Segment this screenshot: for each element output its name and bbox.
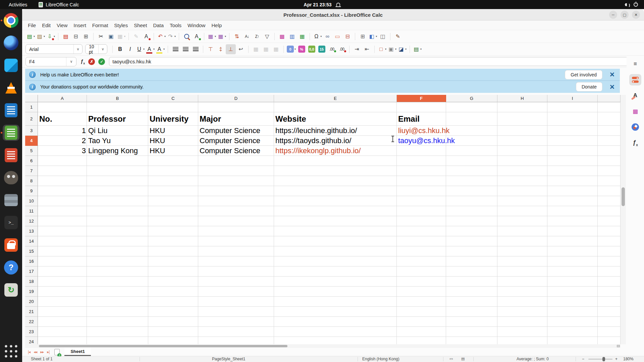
cell-x13[interactable] xyxy=(598,226,621,236)
cell-B24[interactable] xyxy=(87,337,148,344)
cell-A15[interactable] xyxy=(38,246,87,256)
cell-x7[interactable] xyxy=(598,166,621,176)
row-header-8[interactable]: 8 xyxy=(25,176,38,186)
activities-button[interactable]: Activities xyxy=(9,2,27,7)
cell-B15[interactable] xyxy=(87,246,148,256)
cell-E13[interactable] xyxy=(274,226,397,236)
menu-insert[interactable]: Insert xyxy=(70,21,89,29)
increase-indent-button[interactable]: ⇥ xyxy=(352,44,362,54)
cell-B4[interactable]: Tao Yu xyxy=(87,136,148,146)
font-size-dropdown-icon[interactable]: ∨ xyxy=(98,45,107,54)
align-bottom-button[interactable]: ⊥ xyxy=(226,44,236,54)
dock-software-button[interactable] xyxy=(3,237,19,253)
cell-x22[interactable] xyxy=(598,317,621,327)
font-color-button[interactable]: A▾ xyxy=(145,44,155,54)
cell-C4[interactable]: HKU xyxy=(148,136,198,146)
cell-F21[interactable] xyxy=(397,307,446,317)
format-as-currency-button[interactable]: 0▾ xyxy=(286,44,297,54)
cell-G23[interactable] xyxy=(446,327,497,337)
menu-help[interactable]: Help xyxy=(208,21,225,29)
borders-button[interactable]: □▾ xyxy=(377,44,387,54)
cell-I23[interactable] xyxy=(547,327,598,337)
cell-I2[interactable] xyxy=(547,112,598,126)
cell-A10[interactable] xyxy=(38,196,87,206)
cell-A5[interactable]: 3 xyxy=(38,146,87,156)
cell-A9[interactable] xyxy=(38,186,87,196)
dock-appgrid-button[interactable] xyxy=(3,343,19,359)
cell-B2[interactable]: Professor xyxy=(87,112,148,126)
row-header-6[interactable]: 6 xyxy=(25,156,38,166)
cell-x17[interactable] xyxy=(598,266,621,277)
cell-F6[interactable] xyxy=(397,156,446,166)
close-infobar-icon[interactable]: ✕ xyxy=(606,71,618,78)
cell-H7[interactable] xyxy=(497,166,547,176)
cell-I3[interactable] xyxy=(547,126,598,136)
split-window-button[interactable]: ◫ xyxy=(378,32,388,42)
cell-C6[interactable] xyxy=(148,156,198,166)
row-header-14[interactable]: 14 xyxy=(25,236,38,246)
cell-H3[interactable] xyxy=(497,126,547,136)
cell-F23[interactable] xyxy=(397,327,446,337)
cell-F10[interactable] xyxy=(397,196,446,206)
new-dropdown-icon[interactable]: ▾ xyxy=(34,35,35,38)
cell-I20[interactable] xyxy=(547,297,598,307)
cell-B11[interactable] xyxy=(87,206,148,216)
dock-terminal-button[interactable]: >_ xyxy=(3,215,19,231)
cell-A23[interactable] xyxy=(38,327,87,337)
split-handle[interactable] xyxy=(617,345,620,347)
cell-A7[interactable] xyxy=(38,166,87,176)
cell-A19[interactable] xyxy=(38,287,87,297)
cell-E10[interactable] xyxy=(274,196,397,206)
cell-D17[interactable] xyxy=(198,266,274,277)
dock-writer-button[interactable] xyxy=(3,102,19,118)
row-header-21[interactable]: 21 xyxy=(25,307,38,317)
cell-I9[interactable] xyxy=(547,186,598,196)
cancel-button[interactable]: ✗ xyxy=(88,58,95,65)
row-header-4[interactable]: 4 xyxy=(25,136,38,146)
row-header-11[interactable]: 11 xyxy=(25,206,38,216)
freeze-rows-columns-dropdown-icon[interactable]: ▾ xyxy=(376,35,377,38)
row-header-3[interactable]: 3 xyxy=(25,126,38,136)
sort-descending-button[interactable]: Z↑ xyxy=(252,32,262,42)
bold-button[interactable]: B xyxy=(115,44,125,54)
paste-dropdown-icon[interactable]: ▾ xyxy=(124,35,125,38)
column-header-G[interactable]: G xyxy=(446,95,497,102)
cell-D2[interactable]: Major xyxy=(198,112,274,126)
cell-x23[interactable] xyxy=(598,327,621,337)
vertical-scrollbar-thumb[interactable] xyxy=(622,187,625,206)
cell-C11[interactable] xyxy=(148,206,198,216)
borders-dropdown-icon[interactable]: ▾ xyxy=(385,48,386,51)
cell-I13[interactable] xyxy=(547,226,598,236)
column-header-E[interactable]: E xyxy=(274,95,397,102)
close-button[interactable]: ✕ xyxy=(632,11,640,19)
insert-hyperlink-button[interactable]: ∞ xyxy=(322,32,332,42)
cell-B19[interactable] xyxy=(87,287,148,297)
font-name-dropdown-icon[interactable]: ∨ xyxy=(73,45,82,54)
cell-E17[interactable] xyxy=(274,266,397,277)
cell-I24[interactable] xyxy=(547,337,598,344)
cell-D4[interactable]: Computer Science xyxy=(198,136,274,146)
dock-impress-button[interactable] xyxy=(3,147,19,163)
cell-A22[interactable] xyxy=(38,317,87,327)
spelling-button[interactable]: A xyxy=(192,32,202,42)
print-button[interactable]: ⊟ xyxy=(71,32,81,42)
cell-C20[interactable] xyxy=(148,297,198,307)
row-header-23[interactable]: 23 xyxy=(25,327,38,337)
row-header-17[interactable]: 17 xyxy=(25,266,38,277)
cell-G8[interactable] xyxy=(446,176,497,186)
cell-G9[interactable] xyxy=(446,186,497,196)
cell-G19[interactable] xyxy=(446,287,497,297)
cell-G2[interactable] xyxy=(446,112,497,126)
column-header-B[interactable]: B xyxy=(87,95,148,102)
cell-C10[interactable] xyxy=(148,196,198,206)
cut-button[interactable]: ✂ xyxy=(96,32,106,42)
save-button[interactable]: ⇩▾ xyxy=(46,32,56,42)
cell-A4[interactable]: 2 xyxy=(38,136,87,146)
cell-E12[interactable] xyxy=(274,216,397,226)
cell-H9[interactable] xyxy=(497,186,547,196)
menu-format[interactable]: Format xyxy=(89,21,111,29)
minimize-button[interactable]: ─ xyxy=(609,11,617,19)
cell-F2[interactable]: Email xyxy=(397,112,446,126)
cell-I14[interactable] xyxy=(547,236,598,246)
cell-G22[interactable] xyxy=(446,317,497,327)
